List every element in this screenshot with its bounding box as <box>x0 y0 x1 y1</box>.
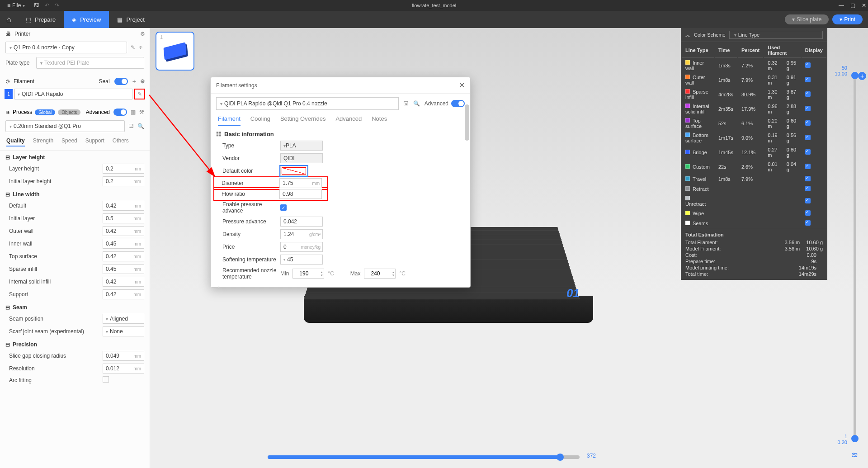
display-checkbox[interactable] <box>805 198 811 203</box>
display-checkbox[interactable] <box>805 62 811 68</box>
process-save-icon[interactable]: 🖫 <box>128 123 134 129</box>
dialog-save-icon[interactable]: 🖫 <box>403 100 409 107</box>
advanced-toggle[interactable] <box>113 109 127 116</box>
tab-support[interactable]: Support <box>85 137 104 147</box>
dtab-filament[interactable]: Filament <box>218 115 241 126</box>
display-checkbox[interactable] <box>805 220 811 226</box>
nav-project[interactable]: ▤Project <box>109 11 152 28</box>
file-menu[interactable]: ≡ File ▾ <box>4 1 28 9</box>
print-button[interactable]: ▾Print <box>832 14 863 24</box>
filament-edit-button[interactable] <box>134 89 145 99</box>
undo-icon[interactable]: ↶ <box>45 2 49 9</box>
param-input[interactable]: 0.42mm <box>103 201 144 211</box>
printer-edit-icon[interactable]: ✎ <box>131 44 135 51</box>
nav-preview[interactable]: ◈Preview <box>64 11 109 28</box>
pressure-advance-checkbox[interactable]: ✓ <box>280 204 287 211</box>
price-field[interactable]: 0money/kg <box>280 242 323 252</box>
slice-button[interactable]: ▾Slice plate <box>785 14 829 24</box>
process-preset-select[interactable]: ▾0.20mm Standard @Q1 Pro <box>5 120 125 132</box>
process-icon: ≋ <box>5 109 10 115</box>
dialog-scrollbar[interactable] <box>465 104 469 284</box>
scheme-row: Outer wall1m8s7.9%0.31 m0.91 g <box>682 73 826 87</box>
seal-toggle[interactable] <box>114 78 128 85</box>
process-search-icon[interactable]: 🔍 <box>137 123 144 129</box>
nozzle-min-field[interactable]: ▴▾190 <box>292 269 324 279</box>
scheme-row: Bottom surface1m17s9.0%0.19 m0.56 g <box>682 131 826 145</box>
pressure-advance-field[interactable]: 0.042 <box>280 217 323 227</box>
dialog-close-icon[interactable]: ✕ <box>459 81 465 90</box>
dialog-preset-select[interactable]: ▾QIDI PLA Rapido @Qidi Q1 Pro 0.4 nozzle <box>216 97 399 110</box>
type-field[interactable]: ▾PLA <box>280 141 323 151</box>
display-checkbox[interactable] <box>805 210 811 216</box>
maximize-icon[interactable]: ▢ <box>850 2 855 9</box>
param-checkbox[interactable] <box>103 376 109 383</box>
color-scheme-panel: ︽ Color Scheme ▾Line Type Line Type Time… <box>681 28 827 280</box>
add-filament-icon[interactable]: + <box>132 78 136 85</box>
dialog-advanced-toggle[interactable] <box>451 100 465 107</box>
color-field[interactable] <box>280 166 307 176</box>
param-input[interactable]: 0.42mm <box>103 226 144 236</box>
param-select[interactable]: ▾Aligned <box>103 314 144 324</box>
param-input[interactable]: 0.2mm <box>103 164 144 174</box>
param-input[interactable]: 0.42mm <box>103 289 144 299</box>
save-icon[interactable]: 🖫 <box>34 2 39 9</box>
display-checkbox[interactable] <box>805 186 811 191</box>
display-checkbox[interactable] <box>805 135 811 140</box>
objects-pill[interactable]: Objects <box>58 109 80 115</box>
filament-name-select[interactable]: ▾QIDI PLA Rapido <box>14 89 132 99</box>
wifi-icon[interactable]: ᯤ <box>139 44 144 51</box>
display-checkbox[interactable] <box>805 77 811 82</box>
redo-icon[interactable]: ↷ <box>55 2 59 9</box>
diameter-field[interactable]: 1.75mm <box>279 178 322 188</box>
nav-prepare[interactable]: ⬚Prepare <box>18 11 64 28</box>
layer-slider[interactable]: + <box>854 73 856 441</box>
dtab-notes[interactable]: Notes <box>372 115 387 126</box>
nav-home[interactable]: ⌂ <box>0 11 18 28</box>
display-checkbox[interactable] <box>805 176 811 181</box>
tab-quality[interactable]: Quality <box>6 137 25 147</box>
dtab-overrides[interactable]: Setting Overrides <box>280 115 326 126</box>
tab-strength[interactable]: Strength <box>33 137 53 147</box>
close-window-icon[interactable]: ✕ <box>862 2 866 9</box>
display-checkbox[interactable] <box>805 106 811 111</box>
density-field[interactable]: 1.24g/cm³ <box>280 229 323 239</box>
display-checkbox[interactable] <box>805 164 811 169</box>
dialog-search-icon[interactable]: 🔍 <box>413 100 420 107</box>
filament-swatch[interactable]: 1 <box>5 89 13 99</box>
plate-type-select[interactable]: ▾Textured PEI Plate <box>36 57 144 69</box>
param-input[interactable]: 0.45mm <box>103 239 144 249</box>
param-input[interactable]: 0.42mm <box>103 251 144 261</box>
compare-icon[interactable]: ▥ <box>131 109 136 115</box>
add-pause-icon[interactable]: + <box>858 72 866 80</box>
filament-settings-icon[interactable] <box>140 78 145 85</box>
horizontal-slider[interactable]: 372 <box>268 455 580 459</box>
dtab-cooling[interactable]: Cooling <box>250 115 270 126</box>
dtab-advanced[interactable]: Advanced <box>335 115 362 126</box>
nozzle-max-field[interactable]: ▴▾240 <box>364 269 396 279</box>
printer-select[interactable]: ▾Q1 Pro 0.4 nozzle - Copy <box>5 42 127 53</box>
display-checkbox[interactable] <box>805 149 811 155</box>
flow-ratio-field[interactable]: 0.98 <box>279 189 322 199</box>
tab-others[interactable]: Others <box>113 137 129 147</box>
display-checkbox[interactable] <box>805 91 811 97</box>
plate-thumbnail[interactable]: 1 <box>156 32 194 71</box>
param-select[interactable]: ▾None <box>103 326 144 336</box>
param-input[interactable]: 0.049mm <box>103 351 144 361</box>
param-input[interactable]: 0.42mm <box>103 277 144 287</box>
collapse-icon[interactable]: ︽ <box>685 32 690 38</box>
layers-toggle-icon[interactable]: ≋ <box>851 450 858 460</box>
param-input[interactable]: 0.45mm <box>103 264 144 274</box>
softening-temp-field[interactable]: ▾45 <box>280 255 323 265</box>
global-pill[interactable]: Global <box>35 109 55 115</box>
minimize-icon[interactable]: — <box>839 2 844 9</box>
vendor-field[interactable]: QIDI <box>280 153 323 163</box>
bed-number: 01 <box>566 286 580 300</box>
printer-settings-icon[interactable] <box>140 31 145 37</box>
display-checkbox[interactable] <box>805 120 811 126</box>
param-input[interactable]: 0.012mm <box>103 364 144 373</box>
tune-icon[interactable]: ⚒ <box>139 109 144 115</box>
param-input[interactable]: 0.2mm <box>103 176 144 186</box>
tab-speed[interactable]: Speed <box>61 137 77 147</box>
scheme-mode-select[interactable]: ▾Line Type <box>729 31 823 39</box>
param-input[interactable]: 0.5mm <box>103 213 144 223</box>
